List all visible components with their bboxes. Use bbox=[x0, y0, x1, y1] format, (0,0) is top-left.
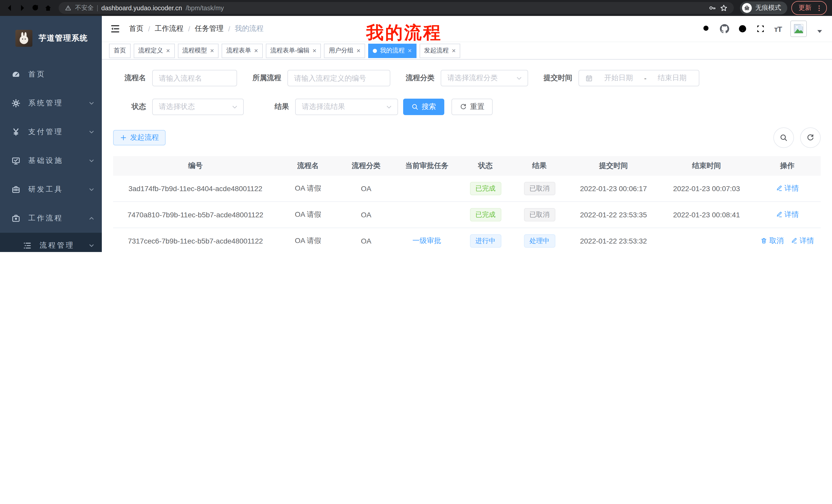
cell-process-name: OA 请假 bbox=[278, 228, 338, 252]
breadcrumb-separator: / bbox=[228, 25, 230, 33]
tab-4[interactable]: 流程表单-编辑 × bbox=[266, 44, 321, 58]
close-icon[interactable]: × bbox=[166, 47, 170, 54]
sidebar-item-2[interactable]: 支付管理 bbox=[0, 118, 102, 146]
navbar-actions: ᴛT bbox=[702, 21, 824, 37]
bookmark-star-icon[interactable] bbox=[720, 4, 728, 12]
filter-label-process-name: 流程名 bbox=[113, 74, 146, 83]
close-icon[interactable]: × bbox=[313, 47, 316, 54]
back-icon[interactable] bbox=[5, 4, 14, 12]
tab-6[interactable]: 我的流程 × bbox=[368, 44, 416, 58]
tab-label: 我的流程 bbox=[380, 46, 405, 55]
sidebar-item-1[interactable]: 系统管理 bbox=[0, 89, 102, 118]
date-separator: - bbox=[644, 74, 646, 82]
avatar[interactable] bbox=[790, 21, 807, 37]
toolbox-icon bbox=[11, 185, 21, 194]
table-row: 7317cec6-7b9b-11ec-b5b7-acde48001122 OA … bbox=[113, 228, 821, 252]
chevron-down-icon bbox=[88, 187, 95, 193]
insecure-warning-icon bbox=[65, 5, 72, 11]
tab-label: 流程表单-编辑 bbox=[270, 46, 310, 55]
process-name-input[interactable] bbox=[152, 70, 237, 86]
reset-button[interactable]: 重置 bbox=[451, 99, 493, 115]
breadcrumb-item[interactable]: 任务管理 bbox=[195, 24, 224, 33]
status-badge: 已完成 bbox=[470, 182, 501, 195]
incognito-label: 无痕模式 bbox=[755, 4, 781, 12]
avatar-caret-icon[interactable] bbox=[815, 27, 824, 35]
task-link[interactable]: 一级审批 bbox=[412, 236, 441, 245]
detail-link[interactable]: 详情 bbox=[776, 210, 799, 219]
tab-label: 流程表单 bbox=[226, 46, 251, 55]
chevron-down-icon bbox=[88, 243, 95, 249]
cell-end-time: 2022-01-23 00:08:41 bbox=[659, 202, 754, 228]
search-icon[interactable] bbox=[702, 24, 711, 33]
breadcrumb-separator: / bbox=[148, 25, 150, 33]
github-icon[interactable] bbox=[720, 24, 729, 33]
column-header: 提交时间 bbox=[568, 156, 659, 176]
chevron-down-icon bbox=[88, 100, 95, 106]
cell-end-time bbox=[659, 228, 754, 252]
close-icon[interactable]: × bbox=[210, 47, 214, 54]
sidebar-item-3[interactable]: 基础设施 bbox=[0, 146, 102, 175]
cancel-link[interactable]: 取消 bbox=[760, 236, 784, 246]
tab-3[interactable]: 流程表单 × bbox=[222, 44, 262, 58]
edit-icon bbox=[791, 237, 798, 244]
search-button[interactable]: 搜索 bbox=[403, 99, 444, 115]
result-badge: 已取消 bbox=[524, 182, 555, 195]
logo-image bbox=[16, 30, 32, 47]
create-process-button[interactable]: 发起流程 bbox=[113, 130, 165, 145]
reload-icon[interactable] bbox=[31, 4, 40, 12]
table-row: 3ad174fb-7b9d-11ec-8404-acde48001122 OA … bbox=[113, 176, 821, 202]
browser-menu-icon[interactable] bbox=[815, 4, 823, 11]
tab-1[interactable]: 流程定义 × bbox=[134, 44, 175, 58]
breadcrumb-item-current: 我的流程 bbox=[235, 24, 263, 33]
url-host: dashboard.yudao.iocoder.cn bbox=[101, 4, 182, 11]
close-icon[interactable]: × bbox=[254, 47, 258, 54]
sidebar-item-0[interactable]: 首页 bbox=[0, 60, 102, 89]
address-bar[interactable]: 不安全 dashboard.yudao.iocoder.cn/bpm/task/… bbox=[59, 2, 734, 14]
submit-time-range-picker[interactable]: 开始日期 - 结束日期 bbox=[578, 70, 699, 86]
help-icon[interactable] bbox=[738, 24, 747, 33]
detail-link[interactable]: 详情 bbox=[791, 236, 814, 246]
sidebar-item-4[interactable]: 研发工具 bbox=[0, 175, 102, 204]
tab-2[interactable]: 流程模型 × bbox=[178, 44, 218, 58]
cell-current-task bbox=[394, 202, 460, 228]
result-placeholder: 请选择流结果 bbox=[302, 102, 345, 111]
refresh-table-button[interactable] bbox=[800, 128, 821, 148]
close-icon[interactable]: × bbox=[408, 47, 412, 54]
column-header: 流程分类 bbox=[338, 156, 394, 176]
status-select[interactable]: 请选择状态 bbox=[152, 99, 244, 115]
process-def-input[interactable] bbox=[287, 70, 390, 86]
close-icon[interactable]: × bbox=[452, 47, 456, 54]
forward-icon[interactable] bbox=[18, 4, 27, 12]
home-icon[interactable] bbox=[44, 4, 52, 12]
column-header: 编号 bbox=[113, 156, 278, 176]
status-placeholder: 请选择状态 bbox=[159, 102, 195, 111]
table-header: 编号流程名流程分类当前审批任务状态结果提交时间结束时间操作 bbox=[113, 156, 821, 176]
font-size-icon[interactable]: ᴛT bbox=[774, 24, 782, 33]
breadcrumb-item[interactable]: 首页 bbox=[129, 24, 144, 33]
sidebar-menu: 首页 系统管理 支付管理 基础设施 研发工具 工作流程 流程管理 任务管理 我的… bbox=[0, 60, 102, 252]
sidebar-item-5[interactable]: 工作流程 bbox=[0, 204, 102, 233]
chrome-update-button[interactable]: 更新 bbox=[791, 1, 827, 15]
breadcrumb-separator: / bbox=[188, 25, 190, 33]
filter-row-1: 流程名 所属流程 流程分类 请选择流程分类 bbox=[113, 70, 821, 86]
tab-7[interactable]: 发起流程 × bbox=[419, 44, 460, 58]
tab-5[interactable]: 用户分组 × bbox=[324, 44, 365, 58]
column-header: 当前审批任务 bbox=[394, 156, 460, 176]
close-icon[interactable]: × bbox=[357, 47, 361, 54]
password-key-icon[interactable] bbox=[709, 4, 716, 12]
filter-label-submit-time: 提交时间 bbox=[544, 74, 572, 83]
show-search-button[interactable] bbox=[773, 128, 794, 148]
fullscreen-icon[interactable] bbox=[756, 24, 765, 33]
chevron-down-icon bbox=[88, 158, 95, 164]
table-toolbar: 发起流程 bbox=[113, 128, 821, 148]
category-select[interactable]: 请选择流程分类 bbox=[441, 70, 528, 86]
category-placeholder: 请选择流程分类 bbox=[447, 74, 498, 83]
tab-0[interactable]: 首页 bbox=[109, 44, 131, 58]
start-date-placeholder: 开始日期 bbox=[598, 74, 639, 83]
sidebar-toggle-icon[interactable] bbox=[110, 24, 120, 34]
column-header: 结果 bbox=[511, 156, 568, 176]
sidebar-item-6[interactable]: 流程管理 bbox=[0, 233, 102, 252]
breadcrumb-item[interactable]: 工作流程 bbox=[155, 24, 184, 33]
detail-link[interactable]: 详情 bbox=[776, 184, 799, 193]
result-select[interactable]: 请选择流结果 bbox=[295, 99, 398, 115]
